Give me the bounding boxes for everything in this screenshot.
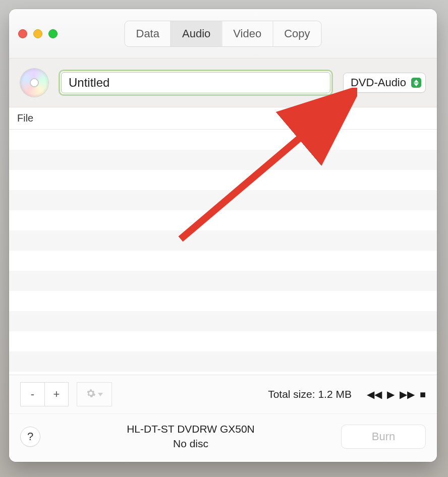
list-row <box>9 150 437 170</box>
column-file[interactable]: File <box>9 107 316 129</box>
chevron-down-icon <box>98 390 103 399</box>
svg-marker-2 <box>98 393 103 396</box>
drive-info: HL-DT-ST DVDRW GX50N No disc <box>48 422 333 451</box>
titlebar: Data Audio Video Copy <box>9 9 437 58</box>
list-row <box>9 130 437 150</box>
list-row <box>9 291 437 311</box>
disc-format-label: DVD-Audio <box>351 76 406 89</box>
disc-title-field[interactable] <box>61 72 330 93</box>
add-button[interactable]: + <box>44 382 69 406</box>
burn-window: Data Audio Video Copy DVD-Audio File <box>9 9 437 462</box>
total-size-value: 1.2 MB <box>318 388 352 400</box>
list-row <box>9 271 437 291</box>
disc-format-select[interactable]: DVD-Audio <box>343 73 426 93</box>
mode-tabs: Data Audio Video Copy <box>125 21 322 47</box>
footer-burn-bar: ? HL-DT-ST DVDRW GX50N No disc Burn <box>9 413 437 462</box>
file-list-header: File Size <box>9 107 437 130</box>
drive-status: No disc <box>48 437 333 451</box>
list-row <box>9 331 437 351</box>
dropdown-caret-icon <box>411 78 421 88</box>
svg-marker-0 <box>414 80 419 83</box>
column-size[interactable]: Size <box>316 107 437 129</box>
list-row <box>9 190 437 210</box>
footer-toolbar: - + Total size: 1.2 MB ◀◀ ▶ ▶▶ ■ <box>9 375 437 413</box>
help-button[interactable]: ? <box>20 427 40 447</box>
remove-button[interactable]: - <box>20 382 44 406</box>
zoom-window-button[interactable] <box>48 29 58 38</box>
file-list[interactable] <box>9 130 437 375</box>
transport-controls: ◀◀ ▶ ▶▶ ■ <box>367 388 426 400</box>
rewind-icon[interactable]: ◀◀ <box>367 388 382 400</box>
close-window-button[interactable] <box>18 29 27 38</box>
svg-marker-1 <box>414 83 419 86</box>
drive-name: HL-DT-ST DVDRW GX50N <box>48 422 333 436</box>
disc-icon <box>20 69 48 97</box>
add-remove-group: - + <box>20 382 69 406</box>
list-row <box>9 311 437 331</box>
burn-button[interactable]: Burn <box>341 425 426 449</box>
tab-audio[interactable]: Audio <box>171 21 221 46</box>
action-menu-button[interactable] <box>77 382 112 406</box>
list-row <box>9 210 437 230</box>
minimize-window-button[interactable] <box>33 29 42 38</box>
disc-title-field-wrap <box>59 70 333 96</box>
fast-fwd-icon[interactable]: ▶▶ <box>400 388 415 400</box>
stop-icon[interactable]: ■ <box>420 389 426 400</box>
list-row <box>9 251 437 271</box>
tab-copy[interactable]: Copy <box>272 21 321 46</box>
window-controls <box>18 29 58 38</box>
list-row <box>9 230 437 251</box>
total-size: Total size: 1.2 MB <box>268 388 352 400</box>
gear-icon <box>86 388 96 400</box>
tab-video[interactable]: Video <box>221 21 272 46</box>
total-size-label: Total size: <box>268 388 315 400</box>
play-icon[interactable]: ▶ <box>387 388 395 400</box>
list-row <box>9 170 437 190</box>
disc-header: DVD-Audio <box>9 58 437 107</box>
list-row <box>9 351 437 372</box>
tab-data[interactable]: Data <box>125 21 171 46</box>
